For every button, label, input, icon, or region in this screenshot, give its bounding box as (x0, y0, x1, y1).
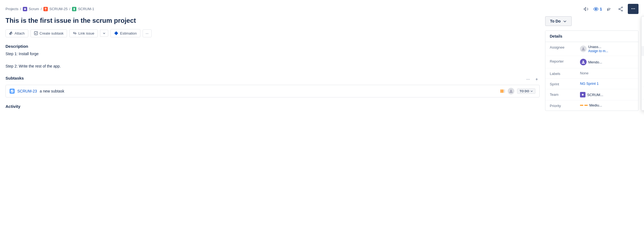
labels-none: None (580, 71, 589, 75)
link-issue-button[interactable]: Link issue (69, 29, 98, 37)
reporter-name: Mendo... (588, 60, 602, 64)
svg-point-10 (510, 90, 512, 91)
svg-line-5 (620, 8, 621, 9)
scrum25-icon (43, 7, 48, 11)
breadcrumb-scrum25[interactable]: SCRUM-25 (49, 7, 68, 11)
left-panel: This is the first issue in the scrum pro… (5, 16, 540, 230)
scrum1-icon (72, 7, 76, 11)
scrum-project-icon (23, 7, 27, 11)
breadcrumb-projects[interactable]: Projects (5, 7, 18, 11)
svg-point-1 (595, 8, 597, 10)
assign-to-me-link[interactable]: Assign to m... (588, 49, 608, 53)
assignee-label: Assignee (550, 45, 577, 49)
team-name: SCRUM... (587, 93, 603, 97)
estimation-button[interactable]: Estimation (110, 29, 140, 37)
priority-label: Priority (550, 103, 577, 108)
activity-heading: Activity (5, 104, 540, 109)
like-button[interactable] (605, 5, 614, 13)
right-panel: To Do Details Assignee Una (545, 16, 639, 230)
watch-count: 1 (600, 7, 602, 11)
menu-item-clone[interactable]: Clone (642, 66, 644, 76)
menu-item-change-parent[interactable]: Change parent (642, 46, 644, 56)
todo-status-button[interactable]: To Do (545, 16, 572, 26)
subtask-priority-icon (501, 89, 505, 93)
menu-item-delete[interactable]: Delete (642, 76, 644, 86)
labels-value: None (580, 71, 634, 75)
menu-item-log-work[interactable]: Log work (642, 16, 644, 26)
more-toolbar-dropdown[interactable] (100, 30, 108, 37)
top-right-actions: 1 ··· (582, 4, 639, 14)
team-value: SCRUM... (580, 92, 634, 97)
attach-label: Attach (15, 31, 25, 35)
labels-row: Labels None (545, 68, 638, 79)
priority-name: Mediu... (589, 103, 602, 107)
assignee-name: Unass... (588, 45, 608, 49)
sprint-row: Sprint NG Sprint 1 (545, 79, 638, 89)
priority-value: Mediu... (580, 103, 634, 107)
team-icon (580, 92, 585, 97)
subtasks-heading: Subtasks (5, 76, 24, 80)
assignee-row: Assignee Unass... Assign to m... (545, 42, 638, 56)
more-label: ··· (146, 31, 149, 35)
description-step2: Step 2: Write the rest of the app. (5, 63, 540, 69)
subtask-name: a new subtask (40, 89, 498, 93)
assignee-avatar (580, 46, 587, 52)
subtask-status-button[interactable]: TO DO (517, 88, 535, 94)
svg-point-3 (621, 10, 623, 11)
create-subtask-button[interactable]: Create subtask (30, 29, 67, 37)
subtask-avatar (508, 88, 514, 94)
link-issue-label: Link issue (78, 31, 94, 35)
watch-button[interactable]: 1 (593, 6, 602, 12)
more-actions-button[interactable]: ··· (628, 4, 639, 14)
labels-label: Labels (550, 71, 577, 76)
svg-point-11 (582, 47, 584, 49)
subtask-type-icon (10, 89, 15, 94)
svg-point-4 (619, 9, 620, 10)
more-actions-toolbar-button[interactable]: ··· (143, 29, 152, 37)
menu-item-actions-menu[interactable]: Actions menu › (642, 100, 644, 110)
todo-label: To Do (550, 19, 561, 23)
svg-point-2 (621, 7, 623, 8)
breadcrumb-scrum1[interactable]: SCRUM-1 (78, 7, 94, 11)
share-button[interactable] (616, 5, 625, 13)
sprint-label: Sprint (550, 82, 577, 86)
subtasks-more-button[interactable]: ··· (524, 76, 531, 82)
attach-button[interactable]: Attach (5, 29, 28, 37)
priority-indicator (580, 105, 588, 106)
subtask-row: SCRUM-23 a new subtask TO DO (5, 85, 540, 97)
details-heading: Details (545, 31, 638, 42)
subtask-id[interactable]: SCRUM-23 (17, 89, 37, 93)
description-section: Description Step 1: Install forge Step 2… (5, 44, 540, 69)
description-step1: Step 1: Install forge (5, 51, 540, 57)
details-body: Assignee Unass... Assign to m... (545, 42, 638, 111)
reporter-label: Reporter (550, 59, 577, 63)
reporter-row: Reporter Mendo... (545, 56, 638, 68)
megaphone-button[interactable] (582, 5, 590, 13)
assignee-value: Unass... Assign to m... (580, 45, 634, 53)
activity-section: Activity (5, 104, 540, 109)
menu-item-find-field[interactable]: Find your field (642, 88, 644, 98)
menu-item-connect-slack[interactable]: Connect Slack channel (642, 36, 644, 46)
reporter-value: Mendo... (580, 59, 634, 65)
sprint-link[interactable]: NG Sprint 1 (580, 82, 599, 86)
reporter-avatar (580, 59, 587, 65)
menu-item-move[interactable]: Move (642, 56, 644, 66)
toolbar: Attach Create subtask Link issue Estimat… (5, 29, 540, 37)
subtask-status-label: TO DO (520, 89, 529, 93)
breadcrumb: Projects / Scrum / SCRUM-25 / SCRUM-1 (5, 7, 94, 11)
breadcrumb-scrum[interactable]: Scrum (29, 7, 39, 11)
sprint-value: NG Sprint 1 (580, 82, 634, 86)
menu-item-add-flag[interactable]: Add flag (642, 26, 644, 36)
priority-row: Priority Mediu... (545, 100, 638, 111)
create-subtask-label: Create subtask (40, 31, 63, 35)
subtasks-add-button[interactable]: + (534, 76, 540, 82)
description-heading: Description (5, 44, 540, 49)
svg-rect-7 (34, 32, 38, 35)
description-body: Step 1: Install forge Step 2: Write the … (5, 51, 540, 69)
subtasks-section: Subtasks ··· + SCRUM-23 a new subtask (5, 76, 540, 97)
issue-title: This is the first issue in the scrum pro… (5, 16, 540, 25)
svg-point-12 (582, 61, 584, 62)
team-row: Team SCRUM... (545, 89, 638, 100)
team-label: Team (550, 92, 577, 97)
svg-marker-8 (114, 31, 118, 35)
